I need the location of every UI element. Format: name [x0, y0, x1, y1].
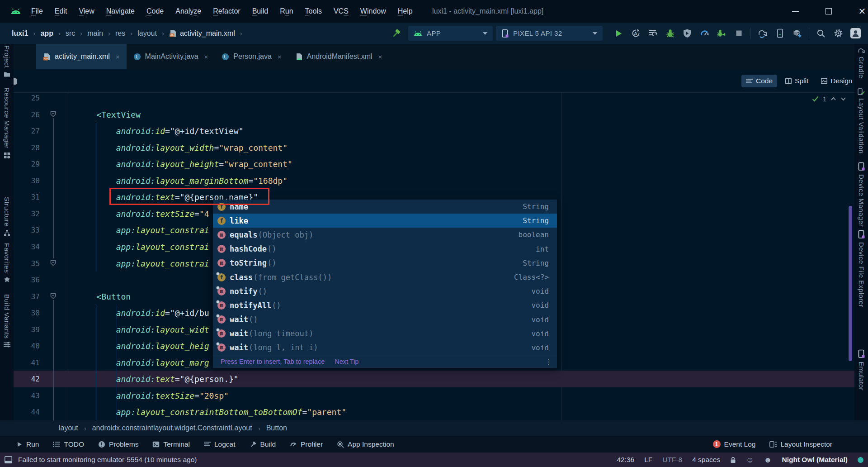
tab-MainActivity.java[interactable]: CMainActivity.java×	[127, 44, 215, 69]
completion-item-hashCode[interactable]: mhashCode()int	[213, 242, 557, 256]
xml-breadcrumb-item[interactable]: androidx.constraintlayout.widget.Constra…	[92, 424, 252, 432]
breadcrumb-main[interactable]: main	[87, 29, 103, 38]
completion-item-class[interactable]: fclass (from getClass())Class<?>	[213, 270, 557, 284]
completion-item-toString[interactable]: mtoString()String	[213, 256, 557, 270]
caret-position[interactable]: 42:36	[617, 456, 634, 464]
profile-avatar-icon[interactable]	[850, 28, 861, 39]
completion-item-wait[interactable]: mwait(long l, int i)void	[213, 341, 557, 355]
apply-changes-icon[interactable]: A	[630, 28, 641, 39]
tool-window-button-layout-validation[interactable]: Layout Validation	[854, 88, 868, 153]
run-configuration-dropdown[interactable]: APP	[408, 26, 493, 41]
tool-window-button-resource-manager[interactable]: Resource Manager	[0, 87, 14, 159]
breadcrumb-activity_main.xml[interactable]: <>activity_main.xml	[169, 29, 235, 38]
code-line-29[interactable]: 29 android:layout_height="wrap_content"	[14, 156, 854, 172]
toolwindow-run[interactable]: Run	[16, 440, 39, 448]
code-line-25[interactable]: 25	[14, 90, 854, 106]
toolwindow-profiler[interactable]: Profiler	[290, 440, 323, 448]
menu-view[interactable]: View	[73, 7, 100, 15]
tab-activity_main.xml[interactable]: <>activity_main.xml×	[36, 44, 127, 69]
indent-size[interactable]: 4 spaces	[692, 456, 720, 464]
fold-marker-icon[interactable]	[50, 260, 57, 266]
code-line-27[interactable]: 27 android:id="@+id/textView"	[14, 123, 854, 139]
close-tab-icon[interactable]: ×	[278, 53, 282, 61]
tool-window-button-emulator[interactable]: Emulator	[854, 349, 868, 391]
tool-window-button-device-file-explorer[interactable]: Device File Explorer	[854, 230, 868, 307]
file-encoding[interactable]: UTF-8	[662, 456, 682, 464]
toolwindow-todo[interactable]: TODO	[53, 440, 84, 448]
build-hammer-icon[interactable]	[391, 28, 401, 39]
view-mode-design[interactable]: Design	[816, 75, 857, 87]
menu-run[interactable]: Run	[274, 7, 299, 15]
minimize-button[interactable]	[785, 0, 806, 23]
completion-item-equals[interactable]: mequals(Object obj)boolean	[213, 228, 557, 242]
tool-window-button-project[interactable]: Project	[0, 45, 14, 77]
breadcrumb-app[interactable]: app	[40, 29, 53, 38]
xml-breadcrumb-item[interactable]: layout	[59, 424, 78, 432]
floating-widget-icon[interactable]	[14, 78, 17, 85]
tool-window-button-structure[interactable]: Structure	[0, 197, 14, 236]
menu-tools[interactable]: Tools	[299, 7, 328, 15]
completion-item-notifyAll[interactable]: mnotifyAll()void	[213, 298, 557, 312]
chevron-down-icon[interactable]	[840, 97, 846, 101]
smiley-icon[interactable]: ☺	[746, 456, 754, 464]
device-dropdown[interactable]: PIXEL 5 API 32	[496, 26, 603, 41]
view-mode-code[interactable]: Code	[741, 75, 777, 87]
gradle-sync-icon[interactable]	[757, 28, 768, 39]
close-tab-icon[interactable]: ×	[204, 53, 208, 61]
notification-dot-icon[interactable]	[858, 457, 863, 463]
menu-help[interactable]: Help	[392, 7, 419, 15]
fold-marker-icon[interactable]	[50, 293, 57, 299]
breadcrumb-layout[interactable]: layout	[137, 29, 157, 38]
code-line-44[interactable]: 44 app:layout_constraintBottom_toBottomO…	[14, 404, 854, 420]
toolwindow-logcat[interactable]: Logcat	[204, 440, 236, 448]
code-line-26[interactable]: 26 <TextView	[14, 106, 854, 123]
completion-item-like[interactable]: flikeString	[213, 214, 557, 228]
tool-window-button-gradle[interactable]: Gradle	[854, 47, 868, 78]
sdk-manager-icon[interactable]	[792, 28, 802, 39]
editor-scrollbar[interactable]	[849, 206, 852, 361]
code-line-28[interactable]: 28 android:layout_width="wrap_content"	[14, 139, 854, 156]
chevron-up-icon[interactable]	[830, 97, 836, 101]
toolwindow-event-log[interactable]: 1Event Log	[713, 440, 756, 448]
line-ending[interactable]: LF	[644, 456, 652, 464]
tool-window-toggle-icon[interactable]	[5, 456, 12, 463]
close-tab-icon[interactable]: ×	[116, 53, 120, 61]
menu-refactor[interactable]: Refactor	[207, 7, 246, 15]
close-button[interactable]: ✕	[852, 0, 868, 23]
search-everywhere-icon[interactable]	[816, 28, 826, 39]
code-line-42[interactable]: 42 android:text="@{person.}"	[14, 371, 854, 387]
toolwindow-build[interactable]: Build	[250, 440, 276, 448]
menu-vcs[interactable]: VCS	[328, 7, 354, 15]
code-line-43[interactable]: 43 android:textSize="20sp"	[14, 387, 854, 404]
toolwindow-terminal[interactable]: Terminal	[152, 440, 190, 448]
tool-window-button-build-variants[interactable]: Build Variants	[0, 294, 14, 348]
tool-window-button-device-manager[interactable]: Device Manager	[854, 162, 868, 227]
tab-Person.java[interactable]: CPerson.java×	[215, 44, 288, 69]
device-manager-icon[interactable]	[774, 28, 785, 39]
settings-icon[interactable]	[833, 28, 844, 39]
debug-icon[interactable]	[665, 28, 675, 39]
maximize-button[interactable]	[818, 0, 839, 23]
lock-icon[interactable]	[730, 457, 736, 463]
theme-name[interactable]: Night Owl (Material)	[782, 456, 848, 464]
completion-item-wait[interactable]: mwait(long timeout)void	[213, 327, 557, 341]
menu-code[interactable]: Code	[141, 7, 170, 15]
status-message[interactable]: Failed to start monitoring emulator-5554…	[18, 456, 197, 464]
code-line-30[interactable]: 30 android:layout_marginBottom="168dp"	[14, 172, 854, 189]
xml-breadcrumb-item[interactable]: Button	[266, 424, 287, 432]
more-icon[interactable]: ⋮	[545, 357, 552, 366]
run-icon[interactable]	[613, 28, 624, 39]
toolwindow-app-inspection[interactable]: App Inspection	[337, 440, 394, 448]
completion-item-notify[interactable]: mnotify()void	[213, 284, 557, 298]
attach-debugger-icon[interactable]	[716, 28, 727, 39]
stop-icon[interactable]	[733, 28, 744, 39]
inspection-widget[interactable]: 1	[812, 95, 846, 103]
breadcrumb-res[interactable]: res	[115, 29, 125, 38]
menu-analyze[interactable]: Analyze	[170, 7, 207, 15]
toolwindow-layout-inspector[interactable]: Layout Inspector	[769, 440, 832, 448]
completion-item-wait[interactable]: mwait()void	[213, 313, 557, 327]
menu-window[interactable]: Window	[354, 7, 392, 15]
tool-window-button-favorites[interactable]: Favorites	[0, 243, 14, 283]
breadcrumb-src[interactable]: src	[66, 29, 75, 38]
menu-edit[interactable]: Edit	[49, 7, 73, 15]
